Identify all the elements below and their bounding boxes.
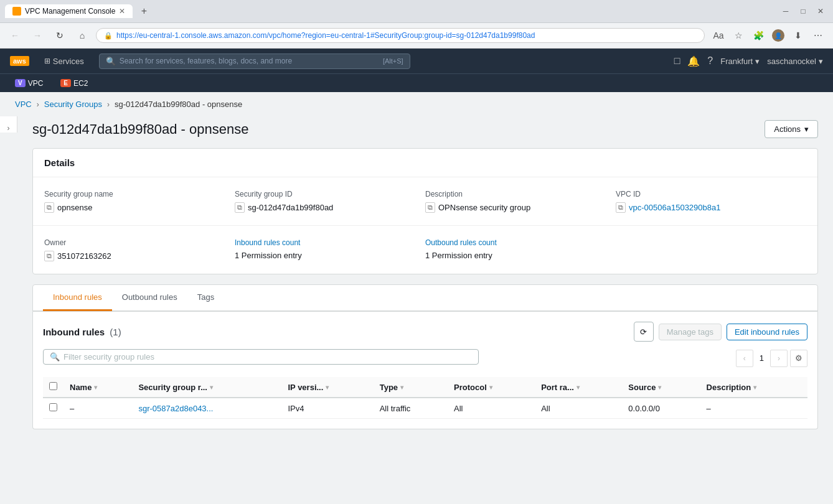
breadcrumb-security-groups[interactable]: Security Groups — [44, 100, 102, 109]
search-input[interactable] — [120, 57, 379, 65]
owner-label: Owner — [44, 238, 235, 247]
notifications-icon[interactable]: 🔔 — [687, 55, 700, 67]
region-selector[interactable]: Frankfurt ▾ — [720, 57, 760, 66]
sort-name-icon[interactable]: ▾ — [94, 384, 97, 391]
tab-inbound-rules[interactable]: Inbound rules — [43, 285, 112, 311]
description-value: ⧉ OPNsense security group — [425, 202, 616, 213]
ec2-tag-label: EC2 — [73, 79, 88, 88]
rules-actions: ⟳ Manage tags Edit inbound rules — [634, 322, 807, 342]
user-menu[interactable]: saschanockel ▾ — [767, 57, 823, 66]
minimize-button[interactable]: ─ — [778, 4, 793, 19]
aws-logo-text: aws — [10, 56, 29, 66]
region-label: Frankfurt — [720, 57, 753, 66]
edit-inbound-rules-button[interactable]: Edit inbound rules — [727, 324, 807, 340]
browser-actions: Aa ☆ 🧩 👤 ⬇ ⋯ — [710, 27, 827, 44]
page-title: sg-012d47da1b99f80ad - opnsense — [32, 121, 248, 138]
sort-desc-icon[interactable]: ▾ — [753, 384, 756, 391]
browser-tab[interactable]: VPC Management Console ✕ — [5, 4, 133, 18]
copy-name-icon[interactable]: ⧉ — [44, 202, 54, 213]
row-checkbox[interactable] — [49, 403, 57, 411]
details-header: Details — [33, 149, 817, 177]
copy-vpc-icon[interactable]: ⧉ — [616, 202, 626, 213]
back-button[interactable]: ← — [6, 27, 24, 44]
sort-ipv-icon[interactable]: ▾ — [326, 384, 329, 391]
breadcrumb-vpc[interactable]: VPC — [15, 100, 32, 109]
vpc-tag-label: VPC — [28, 79, 44, 88]
extensions-button[interactable]: 🧩 — [750, 27, 767, 44]
tabs-container: Inbound rules Outbound rules Tags — [32, 284, 818, 312]
rules-title: Inbound rules (1) — [43, 327, 121, 337]
tab-tags[interactable]: Tags — [187, 285, 224, 311]
outbound-rules-count-label[interactable]: Outbound rules count — [425, 238, 616, 247]
aws-secondbar: V VPC E EC2 — [0, 73, 833, 92]
pagination: ‹ 1 › ⚙ — [736, 350, 807, 367]
outbound-rules-count-value: 1 Permission entry — [425, 251, 616, 260]
inbound-rules-count-item: Inbound rules count 1 Permission entry — [235, 236, 425, 264]
empty-detail — [616, 236, 806, 264]
copy-desc-icon[interactable]: ⧉ — [425, 202, 435, 213]
sgr-id-link[interactable]: sgr-0587a2d8e043... — [138, 404, 213, 413]
ec2-tag-icon: E — [60, 79, 71, 87]
bookmark-button[interactable]: ☆ — [730, 27, 747, 44]
prev-page-button[interactable]: ‹ — [736, 350, 753, 367]
breadcrumb-sep1: › — [37, 100, 39, 109]
sidebar-arrow-icon: › — [7, 124, 10, 133]
forward-button[interactable]: → — [29, 27, 46, 44]
sort-sgr-icon[interactable]: ▾ — [210, 384, 213, 391]
aws-search-bar[interactable]: 🔍 [Alt+S] — [99, 54, 410, 69]
row-ip-version: IPv4 — [281, 398, 373, 419]
settings-button[interactable]: ⚙ — [790, 350, 807, 367]
details-card: Details Security group name ⧉ opnsense S… — [32, 148, 818, 274]
new-tab-button[interactable]: + — [136, 4, 151, 19]
reload-button[interactable]: ↻ — [51, 27, 68, 44]
th-security-group-rule: Security group r... ▾ — [132, 377, 281, 398]
manage-tags-button[interactable]: Manage tags — [659, 324, 722, 340]
row-protocol: All — [448, 398, 535, 419]
filter-input[interactable] — [64, 352, 472, 362]
select-all-col — [43, 377, 64, 398]
sort-type-icon[interactable]: ▾ — [400, 384, 403, 391]
vpc-id-value[interactable]: ⧉ vpc-00506a1503290b8a1 — [616, 202, 806, 213]
row-name: – — [64, 398, 132, 419]
sort-port-icon[interactable]: ▾ — [577, 384, 580, 391]
row-sgr-id: sgr-0587a2d8e043... — [132, 398, 281, 419]
vpc-service-tag[interactable]: V VPC — [10, 78, 48, 89]
gear-icon: ⚙ — [795, 353, 802, 363]
sort-source-icon[interactable]: ▾ — [658, 384, 661, 391]
more-button[interactable]: ⋯ — [809, 27, 827, 44]
search-shortcut: [Alt+S] — [383, 57, 403, 65]
address-bar[interactable]: 🔒 https://eu-central-1.console.aws.amazo… — [96, 28, 705, 43]
next-page-button[interactable]: › — [770, 350, 788, 367]
reader-view-button[interactable]: Aa — [710, 27, 727, 44]
profile-button[interactable]: 👤 — [769, 27, 787, 44]
filter-bar[interactable]: 🔍 — [43, 349, 479, 365]
actions-button[interactable]: Actions ▾ — [765, 120, 818, 138]
cloud-shell-icon[interactable]: □ — [674, 55, 680, 67]
row-source: 0.0.0.0/0 — [622, 398, 700, 419]
breadcrumb: VPC › Security Groups › sg-012d47da1b99f… — [0, 92, 833, 116]
copy-id-icon[interactable]: ⧉ — [235, 202, 245, 213]
tab-close-button[interactable]: ✕ — [119, 7, 125, 16]
close-button[interactable]: ✕ — [813, 4, 828, 19]
sort-proto-icon[interactable]: ▾ — [489, 384, 492, 391]
actions-chevron-icon: ▾ — [804, 124, 809, 134]
tab-outbound-rules[interactable]: Outbound rules — [112, 285, 187, 311]
owner-item: Owner ⧉ 351072163262 — [44, 236, 235, 264]
owner-value: ⧉ 351072163262 — [44, 251, 235, 261]
maximize-button[interactable]: □ — [796, 4, 811, 19]
download-button[interactable]: ⬇ — [789, 27, 807, 44]
refresh-button[interactable]: ⟳ — [634, 322, 654, 342]
help-icon[interactable]: ? — [707, 55, 713, 67]
aws-logo[interactable]: aws — [10, 56, 29, 66]
home-button[interactable]: ⌂ — [73, 27, 91, 44]
copy-owner-icon[interactable]: ⧉ — [44, 251, 54, 261]
vpc-id-label: VPC ID — [616, 190, 806, 198]
services-button[interactable]: ⊞ Services — [39, 54, 89, 68]
window-controls: ─ □ ✕ — [778, 4, 828, 19]
select-all-checkbox[interactable] — [49, 382, 57, 390]
row-type: All traffic — [374, 398, 448, 419]
inbound-rules-count-label[interactable]: Inbound rules count — [235, 238, 425, 247]
row-description: – — [700, 398, 807, 419]
ec2-service-tag[interactable]: E EC2 — [55, 78, 93, 89]
sidebar-toggle[interactable]: › — [0, 116, 17, 133]
